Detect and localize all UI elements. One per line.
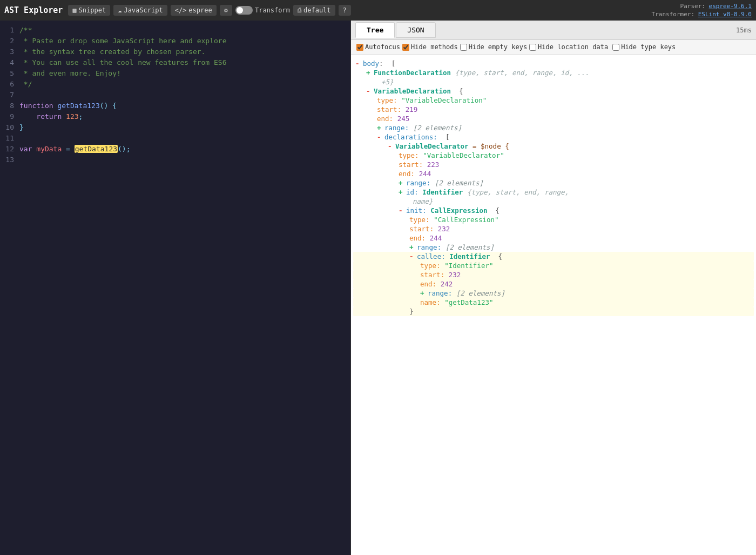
tree-tabs: Tree JSON 15ms (351, 21, 756, 40)
tree-row-close-callee: } (353, 307, 754, 316)
hide-empty-keys-option[interactable]: Hide empty keys (460, 43, 527, 51)
settings-button[interactable]: ⚙ (220, 5, 232, 16)
tab-json[interactable]: JSON (396, 22, 435, 38)
tree-content[interactable]: - body : [ + FunctionDeclaration {type, … (351, 55, 756, 555)
expand-icon-range-callexpr[interactable]: + (409, 243, 415, 251)
tree-row-end-vardecl: end: 245 (353, 114, 754, 123)
tree-row-init-callexpr[interactable]: - init: CallExpression { (353, 206, 754, 215)
options-bar: Autofocus Hide methods Hide empty keys H… (351, 40, 756, 55)
hide-empty-keys-checkbox[interactable] (460, 44, 467, 51)
hide-methods-option[interactable]: Hide methods (402, 43, 458, 51)
toggle-knob (237, 7, 243, 14)
language-button[interactable]: ☁ JavaScript (113, 5, 167, 16)
expand-icon-range-callee[interactable]: + (420, 289, 426, 297)
tree-row-start-vardecl: start: 219 (353, 105, 754, 114)
hide-methods-checkbox[interactable] (402, 44, 409, 51)
tree-row-name-callee: name: "getData123" (353, 298, 754, 307)
tree-row-end-vardeclarator: end: 244 (353, 169, 754, 178)
expand-icon-funcdecl[interactable]: + (366, 69, 372, 77)
code-line-4: 4 * You can use all the cool new feature… (0, 57, 350, 68)
tree-row-body[interactable]: - body : [ (353, 59, 754, 68)
tree-row-vardecl[interactable]: - VariableDeclaration { (353, 86, 754, 96)
tree-row-type-vardeclarator: type: "VariableDeclarator" (353, 151, 754, 160)
tree-row-start-vardeclarator: start: 223 (353, 160, 754, 169)
code-editor[interactable]: 1 /** 2 * Paste or drop some JavaScript … (0, 21, 351, 555)
autofocus-option[interactable]: Autofocus (356, 43, 400, 51)
tree-row-start-callee: start: 232 (353, 270, 754, 279)
code-line-8: 8 function getData123() { (0, 101, 350, 111)
code-line-1: 1 /** (0, 25, 350, 36)
collapse-icon-init[interactable]: - (399, 206, 404, 215)
tree-row-end-callee: end: 242 (353, 279, 754, 289)
parse-timer: 15ms (736, 26, 752, 34)
tree-row-vardeclarator[interactable]: - VariableDeclarator = $node { (353, 142, 754, 151)
tab-tree[interactable]: Tree (355, 22, 395, 38)
collapse-icon-vardecl[interactable]: - (366, 87, 372, 95)
tree-row-type-callexpr: type: "CallExpression" (353, 215, 754, 224)
expand-icon-range-vardecl[interactable]: + (377, 124, 382, 132)
tree-row-funcdecl-extra: +5} (353, 77, 754, 86)
code-line-3: 3 * the syntax tree created by chosen pa… (0, 46, 350, 57)
code-line-12: 12 var myData = getData123(); (0, 144, 350, 155)
tree-row-id-identifier-extra: name} (353, 197, 754, 206)
main: 1 /** 2 * Paste or drop some JavaScript … (0, 21, 756, 555)
tree-row-range-callexpr[interactable]: + range: [2 elements] (353, 243, 754, 252)
tree-row-end-callexpr: end: 244 (353, 233, 754, 243)
keyboard-icon: ⎙ (298, 6, 301, 14)
tree-row-start-callexpr: start: 232 (353, 224, 754, 233)
snippet-icon: ▩ (72, 6, 76, 14)
code-line-2: 2 * Paste or drop some JavaScript here a… (0, 36, 350, 46)
expand-icon-range-vardeclarator[interactable]: + (399, 179, 404, 187)
autofocus-checkbox[interactable] (356, 44, 363, 51)
transform-toggle: Transform (235, 6, 290, 15)
code-line-5: 5 * and even more. Enjoy! (0, 68, 350, 79)
code-line-10: 10 } (0, 122, 350, 133)
parser-info: Parser: espree-9.6.1 Transformer: ESLint… (652, 2, 752, 19)
tree-row-range-callee[interactable]: + range: [2 elements] (353, 289, 754, 298)
tree-row-funcdecl[interactable]: + FunctionDeclaration {type, start, end,… (353, 68, 754, 77)
tree-row-type-vardecl: type: "VariableDeclaration" (353, 96, 754, 105)
tree-row-type-callee: type: "Identifier" (353, 261, 754, 270)
transform-switch[interactable] (235, 6, 253, 15)
code-line-13: 13 (0, 155, 350, 165)
snippet-button[interactable]: ▩ Snippet (68, 5, 110, 16)
hide-type-keys-checkbox[interactable] (612, 44, 619, 51)
code-icon: </> (175, 6, 187, 14)
header: AST Explorer ▩ Snippet ☁ JavaScript </> … (0, 0, 756, 21)
collapse-icon-vardeclarator[interactable]: - (388, 142, 393, 150)
code-line-11: 11 (0, 133, 350, 144)
tree-row-callee-identifier[interactable]: - callee: Identifier { (353, 252, 754, 261)
tree-row-range-vardecl[interactable]: + range: [2 elements] (353, 123, 754, 132)
cloud-icon: ☁ (118, 6, 122, 14)
expand-icon-id[interactable]: + (399, 188, 404, 196)
tree-panel: Tree JSON 15ms Autofocus Hide methods Hi… (351, 21, 756, 555)
keyboard-button[interactable]: ⎙ default (293, 5, 335, 16)
app-title: AST Explorer (4, 5, 63, 15)
parser-button[interactable]: </> espree (171, 5, 217, 16)
code-line-9: 9 return 123; (0, 111, 350, 122)
collapse-icon-callee[interactable]: - (409, 252, 415, 260)
hide-type-keys-option[interactable]: Hide type keys (612, 43, 676, 51)
hide-location-data-checkbox[interactable] (529, 44, 536, 51)
code-line-6: 6 */ (0, 79, 350, 90)
hide-location-data-option[interactable]: Hide location data (529, 43, 608, 51)
transformer-link[interactable]: ESLint v8-8.9.0 (698, 11, 752, 18)
help-button[interactable]: ? (339, 5, 351, 16)
collapse-icon-declarations[interactable]: - (377, 133, 382, 141)
parser-link[interactable]: espree-9.6.1 (709, 3, 752, 10)
tree-row-range-vardeclarator[interactable]: + range: [2 elements] (353, 178, 754, 188)
code-line-7: 7 (0, 90, 350, 101)
tree-row-id-identifier[interactable]: + id: Identifier {type, start, end, rang… (353, 188, 754, 197)
collapse-icon-body[interactable]: - (355, 59, 361, 68)
tree-row-declarations[interactable]: - declarations: [ (353, 132, 754, 142)
gear-icon: ⚙ (224, 6, 228, 14)
